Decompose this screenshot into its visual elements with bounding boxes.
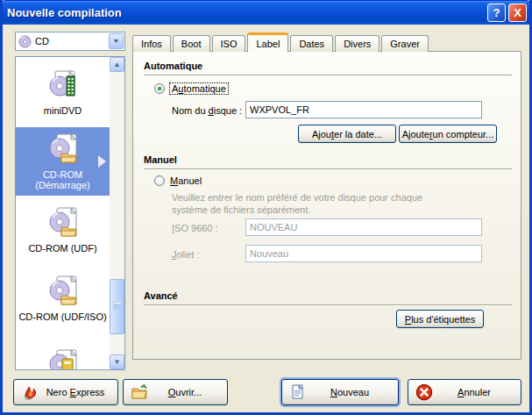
manual-radio[interactable]	[154, 175, 165, 186]
list-item-partial[interactable]	[16, 333, 110, 369]
new-button-label: Nouveau	[307, 387, 398, 397]
joliet-input: Nouveau	[245, 245, 482, 262]
list-item-label: CD-ROM (Démarrage)	[16, 169, 110, 190]
nero-flame-icon	[21, 383, 39, 401]
scrollbar-thumb[interactable]	[110, 279, 124, 334]
more-labels-button[interactable]: Plus d'étiquettes	[396, 310, 484, 328]
manual-section-title: Manuel	[144, 154, 177, 165]
cancel-button[interactable]: Annuler	[408, 379, 521, 405]
divider	[144, 168, 512, 169]
cd-icon	[18, 35, 32, 48]
list-item-label: CD-ROM (UDF)	[28, 243, 96, 254]
list-item-cdrom-demarrage[interactable]: CD-ROM (Démarrage)	[16, 127, 110, 196]
list-scrollbar[interactable]: ▲ ▼	[110, 57, 124, 369]
open-folder-icon	[131, 383, 148, 401]
automatic-radio-label[interactable]: Automatique	[170, 83, 228, 94]
disc-folder-icon	[46, 132, 80, 166]
list-item-minidvd[interactable]: miniDVD	[16, 57, 110, 127]
cancel-x-icon	[415, 383, 433, 401]
new-button[interactable]: Nouveau	[281, 379, 399, 405]
label-tab-panel: Automatique Automatique Nom du disque : …	[132, 51, 521, 360]
new-compilation-dialog: Nouvelle compilation ? X CD ▼	[0, 0, 532, 415]
media-type-combobox[interactable]: CD ▼	[15, 32, 125, 51]
tab-divers[interactable]: Divers	[335, 35, 379, 52]
nero-express-label: Nero Express	[39, 387, 117, 397]
disc-film-icon	[46, 68, 80, 102]
list-item-cdrom-udf-iso[interactable]: CD-ROM (UDF/ISO)	[16, 264, 110, 333]
disc-folder-icon	[46, 275, 80, 308]
disc-book-icon	[46, 348, 80, 369]
media-type-value: CD	[32, 36, 109, 47]
new-document-icon	[289, 383, 307, 401]
divider	[144, 304, 512, 305]
manual-radio-label[interactable]: Manuel	[170, 175, 202, 186]
tab-strip: Infos Boot ISO Label Dates Divers Graver	[132, 33, 430, 52]
help-button[interactable]: ?	[487, 4, 506, 22]
tab-iso[interactable]: ISO	[212, 35, 246, 52]
disc-folder-icon	[46, 206, 80, 240]
compilation-type-list: miniDVD CD-ROM (Démarrage)	[15, 56, 125, 370]
list-item-cdrom-udf[interactable]: CD-ROM (UDF)	[16, 196, 110, 264]
iso9660-input: NOUVEAU	[245, 218, 482, 236]
list-item-label: CD-ROM (UDF/ISO)	[18, 311, 106, 322]
tab-dates[interactable]: Dates	[290, 35, 333, 52]
open-button-label: Ouvrir...	[148, 387, 227, 397]
auto-section-title: Automatique	[144, 61, 202, 71]
iso9660-label: ISO 9660 :	[172, 223, 218, 233]
close-button[interactable]: X	[508, 4, 527, 22]
tab-label[interactable]: Label	[247, 32, 288, 52]
window-title: Nouvelle compilation	[0, 6, 487, 19]
add-date-button[interactable]: Ajouter la date...	[298, 125, 396, 143]
selected-arrow-icon	[98, 155, 106, 168]
list-item-label: miniDVD	[44, 105, 82, 116]
open-button[interactable]: Ouvrir...	[123, 379, 228, 405]
cancel-button-label: Annuler	[433, 387, 521, 397]
tab-boot[interactable]: Boot	[173, 35, 210, 52]
disc-name-input[interactable]: WXPVOL_FR	[245, 101, 482, 118]
automatic-radio[interactable]	[154, 83, 165, 94]
advanced-section-title: Avancé	[144, 290, 178, 301]
add-counter-button[interactable]: Ajouter un compteur...	[399, 125, 497, 143]
titlebar: Nouvelle compilation ? X	[0, 0, 532, 25]
disc-name-label: Nom du disque :	[172, 105, 242, 116]
joliet-label: Joliet :	[172, 249, 200, 260]
tab-graver[interactable]: Graver	[381, 35, 429, 52]
manual-help-line1: Veuillez entrer le nom préféré de votre …	[172, 192, 422, 203]
nero-express-button[interactable]: Nero Express	[13, 379, 118, 405]
scroll-up-icon[interactable]: ▲	[110, 57, 124, 72]
scroll-down-icon[interactable]: ▼	[110, 354, 124, 369]
divider	[144, 75, 512, 75]
tab-infos[interactable]: Infos	[132, 35, 171, 52]
combo-dropdown-button[interactable]: ▼	[109, 33, 124, 49]
chevron-down-icon: ▼	[112, 38, 120, 45]
manual-help-line2: système de fichiers séparément.	[172, 204, 310, 215]
